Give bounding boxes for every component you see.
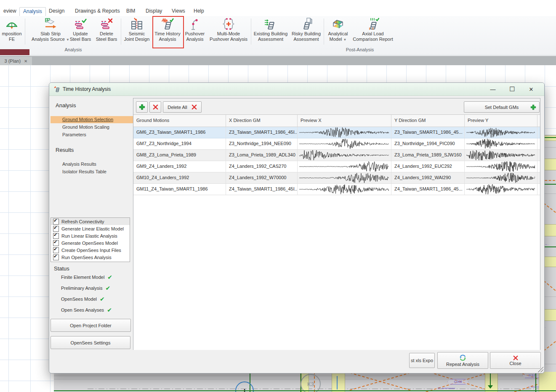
ribbon-tab-bim[interactable]: BIM <box>123 7 138 16</box>
checkbox-box[interactable] <box>53 254 59 260</box>
table-header-row: Ground MotionsX Direction GMPreview XY D… <box>133 115 540 127</box>
ribbon-button-decomposition-fe[interactable]: mpositionFE <box>0 17 24 45</box>
ground-motion-toolbar: Delete All Set Default GMs <box>133 98 540 114</box>
check-icon: ✔ <box>100 297 105 301</box>
table-row-GM11_Z4_Taiwan_SMART1_1986[interactable]: GM11_Z4_Taiwan_SMART1_1986Z4_Taiwan_SMAR… <box>133 184 540 195</box>
nav-item-ground-motion-selection[interactable]: Ground Motion Selection <box>51 116 139 123</box>
opensees-settings-button[interactable]: OpenSees Settings <box>51 336 130 349</box>
open-project-folder-button[interactable]: Open Project Folder <box>51 319 131 332</box>
nav-item-analysis-results[interactable]: Analysis Results <box>51 161 139 168</box>
ribbon-tab-analysis[interactable]: Analysis <box>19 7 46 16</box>
column-header-y-direction-gm[interactable]: Y Direction GM <box>391 115 465 127</box>
close-window-button[interactable]: ✕ <box>524 84 538 94</box>
preview-x-waveform <box>298 138 391 149</box>
preview-y-waveform <box>465 138 537 149</box>
checkbox-generate-opensees-model[interactable]: Generate OpenSees Model <box>51 239 130 246</box>
drawing-tab-bar: 3 (Plan) ✕ <box>0 56 556 66</box>
preview-x-waveform <box>298 184 391 195</box>
repeat-analysis-button[interactable]: Repeat Analysis <box>437 352 488 369</box>
xls-export-button-clipped[interactable]: st xls Expo <box>409 353 435 368</box>
analytical-model-icon <box>325 17 351 31</box>
risky-building-icon <box>290 17 323 31</box>
column-header-x-direction-gm[interactable]: X Direction GM <box>226 115 298 127</box>
ground-motion-cell: GM11_Z4_Taiwan_SMART1_1986 <box>133 184 226 195</box>
preview-x-waveform <box>298 161 391 172</box>
status-preliminary-analysis: Preliminary Analysis✔ <box>61 285 110 291</box>
ribbon-button-pushover[interactable]: PushoverAnalysis <box>183 17 207 45</box>
plan-region-bottom: I K3 C008 Dr. ▪▪▪▪▪▪▪▪▪▪▪▪▪▪▪ B040 t=12 … <box>54 372 556 392</box>
delete-steel-bars-icon <box>93 17 120 31</box>
table-row-GM6_Z3_Taiwan_SMART1_1986[interactable]: GM6_Z3_Taiwan_SMART1_1986Z3_Taiwan_SMART… <box>133 127 540 138</box>
y-direction-gm-cell: Z3_Northridge_1994_PIC090 <box>391 138 465 149</box>
ribbon-tab-views[interactable]: Views <box>168 7 189 16</box>
preview-y-waveform <box>465 184 537 195</box>
ribbon-separator <box>324 19 324 45</box>
checkbox-box[interactable] <box>53 233 59 239</box>
axial-load-icon <box>351 17 395 31</box>
checkbox-label: Generate Linear Elastic Model <box>61 226 124 231</box>
checkbox-refresh-connectivity[interactable]: Refresh Connectivity <box>51 218 130 225</box>
add-ground-motion-button[interactable] <box>136 101 148 113</box>
ribbon-tab-design[interactable]: Design <box>45 7 68 16</box>
check-icon: ✔ <box>105 286 110 290</box>
set-default-gms-button[interactable]: Set Default GMs <box>464 101 540 113</box>
status-label: Open Sees Analyses <box>61 307 104 313</box>
ribbon-button-existing-building[interactable]: Existing BuildingAssessment <box>252 17 289 45</box>
ribbon-tab-help[interactable]: Help <box>190 7 208 16</box>
plus-icon <box>139 104 145 110</box>
column-header-preview-y[interactable]: Preview Y <box>465 115 537 127</box>
ribbon-button-axial-load[interactable]: Axial LoadComparison Report <box>351 17 395 45</box>
preview-y-waveform <box>465 172 537 183</box>
close-x-icon <box>513 355 518 360</box>
table-row-GM8_Z3_Loma_Prieta_1989[interactable]: GM8_Z3_Loma_Prieta_1989Z3_Loma_Prieta_19… <box>133 150 540 161</box>
checkbox-create-opensees-input-files[interactable]: Create OpenSees Input Files <box>51 246 130 254</box>
ribbon-button-delete-steel-bars[interactable]: DeleteSteel Bars <box>93 17 120 45</box>
table-row-GM9_Z4_Landers_1992[interactable]: GM9_Z4_Landers_1992Z4_Landers_1992_CAS27… <box>133 161 540 172</box>
close-button[interactable]: Close <box>490 352 541 369</box>
nav-item-parameters[interactable]: Parameters <box>51 131 139 138</box>
checkbox-generate-linear-elastic-model[interactable]: Generate Linear Elastic Model <box>51 225 130 232</box>
checkbox-box[interactable] <box>53 226 59 232</box>
ground-motion-cell: GM9_Z4_Landers_1992 <box>133 161 226 172</box>
status-open-sees-analyses: Open Sees Analyses✔ <box>61 307 112 313</box>
checkbox-label: Refresh Connectivity <box>61 219 104 224</box>
x-direction-gm-cell: Z4_Landers_1992_CAS270 <box>226 161 298 172</box>
time-history-analysis-dialog: Time History Analysis — ☐ ✕ Analysis Gro… <box>49 82 545 373</box>
ribbon-tab-display[interactable]: Display <box>142 7 165 16</box>
ribbon-tab-drawings-reports[interactable]: Drawings & Reports <box>72 7 123 16</box>
delete-ground-motion-button[interactable] <box>149 101 161 113</box>
column-header-ground-motions[interactable]: Ground Motions <box>133 115 226 127</box>
nav-item-isolator-results-table[interactable]: Isolator Results Table <box>51 168 139 175</box>
checkbox-run-linear-elastic-analysis[interactable]: Run Linear Elastic Analysis <box>51 232 130 239</box>
table-row-GM7_Z3_Northridge_1994[interactable]: GM7_Z3_Northridge_1994Z3_Northridge_1994… <box>133 138 540 150</box>
ground-motion-cell: GM8_Z3_Loma_Prieta_1989 <box>133 150 226 161</box>
y-direction-gm-cell: Z4_Taiwan_SMART1_1986_45... <box>391 184 465 195</box>
y-direction-gm-cell: Z3_Taiwan_SMART1_1986_45... <box>391 127 465 138</box>
drawing-tab-3-plan[interactable]: 3 (Plan) ✕ <box>0 57 32 65</box>
table-row-GM10_Z4_Landers_1992[interactable]: GM10_Z4_Landers_1992Z4_Landers_1992_W700… <box>133 172 540 184</box>
ribbon-button-seismic-joint[interactable]: SeismicJoint Design <box>122 17 152 45</box>
ribbon-button-analytical-model[interactable]: AnalyticalModel ▼ <box>325 17 351 45</box>
ground-motion-table: Ground MotionsX Direction GMPreview XY D… <box>133 114 540 350</box>
ribbon-button-update-steel-bars[interactable]: UpdateSteel Bars <box>67 17 93 45</box>
preview-y-waveform <box>465 127 537 138</box>
nav-item-ground-motion-scaling[interactable]: Ground Motion Scaling <box>51 124 139 131</box>
checkbox-box[interactable] <box>53 247 59 253</box>
ribbon-button-multi-mode[interactable]: Multi-ModePushover Analysis <box>207 17 250 45</box>
column-header-preview-x[interactable]: Preview X <box>298 115 391 127</box>
dialog-titlebar[interactable]: Time History Analysis — ☐ ✕ <box>49 83 544 96</box>
delete-all-button[interactable]: Delete All <box>163 101 202 113</box>
ribbon-tab-eview[interactable]: eview <box>0 7 20 16</box>
preview-y-waveform <box>465 161 537 172</box>
ribbon-button-risky-building[interactable]: Risky BuildingAssessment <box>290 17 323 45</box>
checkbox-box[interactable] <box>53 219 59 225</box>
tab-close-icon[interactable]: ✕ <box>24 59 27 64</box>
y-direction-gm-cell: Z4_Landers_1992_EUC292 <box>391 161 465 172</box>
time-history-highlight-box <box>152 16 184 48</box>
refresh-icon <box>459 354 466 361</box>
status-opensees-model: OpenSees Model✔ <box>61 296 105 302</box>
checkbox-run-opensees-analysis[interactable]: Run OpenSees Analysis <box>51 254 130 261</box>
checkbox-box[interactable] <box>53 240 59 246</box>
minimize-button[interactable]: — <box>486 84 500 94</box>
maximize-button[interactable]: ☐ <box>505 84 519 94</box>
